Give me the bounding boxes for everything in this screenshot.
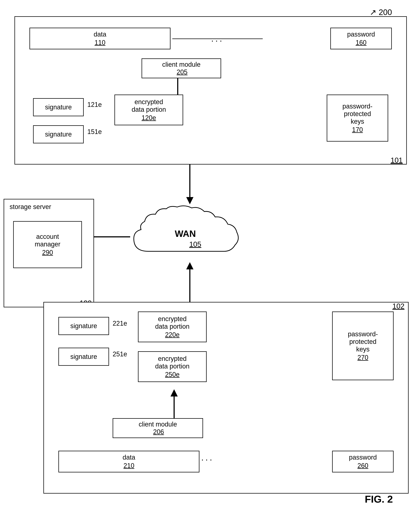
password-protected-170-box: password- protected keys 170 (327, 95, 388, 142)
ref-200-arrow: ↗ 200 (370, 7, 392, 17)
data-110-box: data 110 (30, 28, 171, 49)
data-210-box: data 210 (58, 451, 199, 472)
account-manager-ref: 290 (42, 249, 53, 256)
encrypted-120e-box: encrypted data portion 120e (114, 95, 183, 125)
arrow-top-to-wan (184, 164, 195, 204)
account-manager-label: account manager (35, 233, 60, 248)
top-container-box: 101 data 110 ... password 160 client mod… (15, 16, 407, 164)
ref-151e: 151e (87, 128, 102, 136)
ref-251e: 251e (113, 350, 127, 358)
wan-cloud: WAN 105 (127, 204, 244, 262)
client-module-206-label: client module (139, 421, 177, 428)
dots-separator: ... (172, 38, 263, 39)
svg-marker-3 (186, 197, 194, 204)
top-container-ref: 101 (390, 156, 403, 164)
password-260-box: password 260 (332, 451, 394, 472)
ref-121e: 121e (87, 101, 102, 108)
client-module-205-box: client module 205 (142, 58, 221, 78)
encrypted-250e-box: encrypted data portion 250e (138, 351, 207, 382)
client-module-205-ref: 205 (177, 68, 188, 76)
password-160-box: password 160 (330, 28, 392, 49)
bottom-container-ref: 102 (392, 302, 405, 310)
svg-text:WAN: WAN (175, 229, 196, 239)
svg-marker-9 (186, 262, 194, 269)
figure-label: FIG. 2 (365, 493, 393, 505)
storage-server-label: storage server (10, 203, 51, 211)
bottom-container-box: 102 signature 221e signature 251e encryp… (43, 302, 409, 494)
client-module-206-ref: 206 (153, 428, 164, 436)
encrypted-220e-box: encrypted data portion 220e (138, 312, 207, 342)
ref-221e: 221e (113, 320, 127, 327)
signature-121e-box: signature (33, 98, 84, 116)
storage-server-box: storage server 190 account manager 290 (4, 199, 94, 307)
arrow-up-206 (169, 389, 180, 418)
arrow-bottom-to-wan (184, 262, 195, 302)
signature-251e-box: signature (58, 348, 109, 366)
signature-221e-box: signature (58, 317, 109, 335)
password-protected-270-box: password- protected keys 270 (332, 312, 394, 380)
svg-marker-11 (171, 389, 178, 396)
dots-separator-bottom: ... (201, 453, 214, 462)
account-manager-290-box: account manager 290 (13, 221, 82, 268)
client-module-206-box: client module 206 (113, 418, 203, 438)
svg-text:105: 105 (189, 240, 202, 248)
ref-200: 200 (379, 8, 392, 17)
signature-151e-box: signature (33, 125, 84, 143)
